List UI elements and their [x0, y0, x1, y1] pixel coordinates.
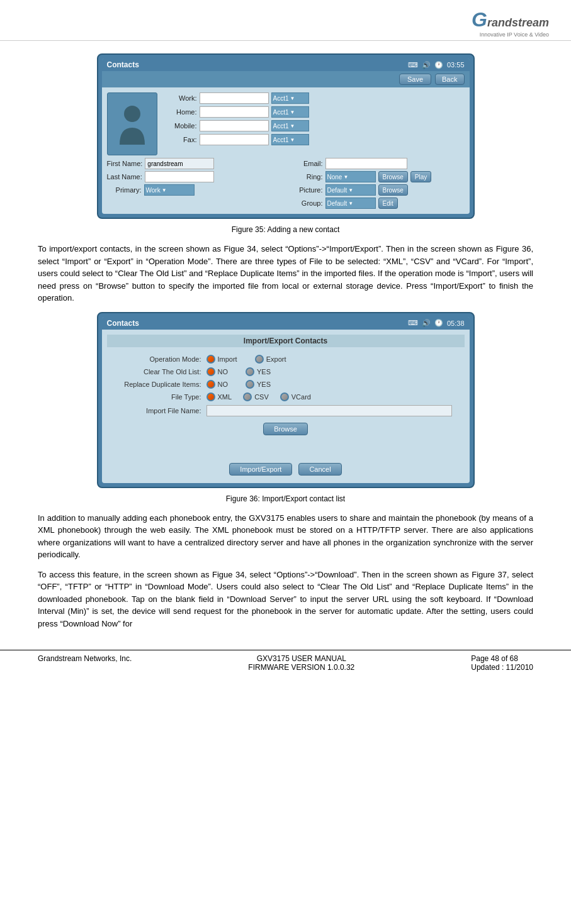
picture-browse-button[interactable]: Browse	[378, 184, 408, 196]
operation-mode-row: Operation Mode: Import Export	[120, 355, 452, 364]
footer-manual: GXV3175 USER MANUAL	[248, 654, 354, 663]
picture-arrow: ▼	[348, 187, 353, 193]
home-input[interactable]	[200, 106, 269, 118]
figure36-body: Import/Export Contacts Operation Mode: I…	[102, 330, 470, 483]
lastname-row: Last Name:	[107, 171, 283, 182]
clear-old-label: Clear The Old List:	[120, 368, 201, 376]
email-input[interactable]	[325, 158, 407, 169]
import-radio[interactable]	[206, 355, 215, 364]
no1-radio[interactable]	[206, 367, 215, 376]
ie-form: Operation Mode: Import Export Clear The …	[107, 352, 465, 478]
csv-option: CSV	[243, 392, 269, 401]
mobile-label: Mobile:	[162, 122, 197, 130]
group-label: Group:	[288, 199, 323, 207]
figure35-device-frame: Contacts ⌨ 🔊 🕐 03:55 Save Back	[97, 53, 475, 219]
ie-browse-button[interactable]: Browse	[263, 423, 308, 435]
figure36-titlebar: Contacts ⌨ 🔊 🕐 05:38	[102, 317, 470, 330]
yes1-radio[interactable]	[246, 367, 254, 376]
ie-form-title: Import/Export Contacts	[107, 335, 465, 347]
lastname-input[interactable]	[145, 171, 214, 182]
save-button[interactable]: Save	[399, 74, 431, 85]
fax-acct-select[interactable]: Acct1 ▼	[271, 134, 309, 145]
group-arrow: ▼	[348, 201, 353, 206]
page-footer: Grandstream Networks, Inc. GXV3175 USER …	[0, 650, 571, 676]
xml-radio[interactable]	[206, 392, 215, 401]
ring-label: Ring:	[288, 173, 323, 181]
volume-icon: 🔊	[422, 61, 431, 69]
ring-browse-button[interactable]: Browse	[378, 171, 408, 182]
paragraph1: To import/export contacts, in the screen…	[38, 243, 533, 304]
import-file-row: Import File Name:	[120, 405, 452, 416]
firstname-input[interactable]	[145, 158, 214, 169]
volume-icon2: 🔊	[422, 319, 431, 327]
fax-label: Fax:	[162, 136, 197, 143]
logo-g-letter: G	[472, 8, 487, 31]
figure35-title: Contacts	[107, 60, 139, 69]
spacer	[120, 442, 452, 454]
play-button[interactable]: Play	[410, 171, 431, 182]
footer-updated: Updated : 11/2010	[471, 663, 533, 672]
firstname-row: First Name:	[107, 158, 283, 169]
work-acct-select[interactable]: Acct1 ▼	[271, 92, 309, 104]
import-export-button[interactable]: Import/Export	[229, 463, 292, 476]
export-radio[interactable]	[255, 355, 264, 364]
lastname-label: Last Name:	[107, 173, 142, 181]
email-label: Email:	[288, 160, 323, 167]
import-file-input[interactable]	[206, 405, 452, 416]
svg-point-0	[124, 106, 140, 122]
picture-label: Picture:	[288, 186, 323, 194]
import-option: Import	[206, 355, 237, 364]
file-type-row: File Type: XML CSV VCard	[120, 392, 452, 401]
no1-radio-label: NO	[218, 368, 229, 376]
edit-button[interactable]: Edit	[378, 198, 398, 209]
home-acct-select[interactable]: Acct1 ▼	[271, 106, 309, 118]
email-row: Email:	[288, 158, 465, 169]
yes1-option: YES	[246, 367, 271, 376]
xml-radio-label: XML	[218, 393, 232, 401]
avatar	[107, 92, 157, 155]
figure35-screen: Contacts ⌨ 🔊 🕐 03:55 Save Back	[102, 58, 470, 214]
paragraph3: To access this feature, in the screen sh…	[38, 569, 533, 630]
ring-row: Ring: None ▼ Browse Play	[288, 171, 465, 182]
csv-radio-label: CSV	[254, 393, 269, 401]
no2-radio[interactable]	[206, 380, 215, 389]
fax-input[interactable]	[200, 134, 269, 145]
paragraph2: In addition to manually adding each phon…	[38, 512, 533, 561]
mobile-acct-arrow: ▼	[290, 123, 295, 129]
mobile-acct-select[interactable]: Acct1 ▼	[271, 120, 309, 131]
footer-company: Grandstream Networks, Inc.	[38, 654, 132, 672]
primary-arrow: ▼	[162, 187, 167, 193]
picture-select[interactable]: Default ▼	[325, 184, 376, 196]
vcard-radio[interactable]	[280, 392, 289, 401]
yes2-radio[interactable]	[246, 380, 254, 389]
figure35-titlebar: Contacts ⌨ 🔊 🕐 03:55	[102, 58, 470, 71]
home-acct-arrow: ▼	[290, 109, 295, 115]
ring-select[interactable]: None ▼	[325, 171, 376, 182]
footer-center: GXV3175 USER MANUAL FIRMWARE VERSION 1.0…	[248, 654, 354, 672]
operation-mode-label: Operation Mode:	[120, 355, 201, 363]
fax-acct-arrow: ▼	[290, 137, 295, 143]
mobile-input[interactable]	[200, 120, 269, 131]
group-select[interactable]: Default ▼	[325, 198, 376, 209]
footer-right: Page 48 of 68 Updated : 11/2010	[471, 654, 533, 672]
figure36-caption: Figure 36: Import/Export contact list	[38, 494, 533, 503]
cancel-button[interactable]: Cancel	[298, 463, 341, 476]
vcard-option: VCard	[280, 392, 311, 401]
contact-form: Work: Acct1 ▼ Home: Acct	[107, 92, 465, 155]
home-label: Home:	[162, 108, 197, 116]
csv-radio[interactable]	[243, 392, 252, 401]
page-content: Contacts ⌨ 🔊 🕐 03:55 Save Back	[0, 41, 571, 643]
replace-dup-label: Replace Duplicate Items:	[120, 381, 201, 388]
primary-select[interactable]: Work ▼	[144, 184, 195, 196]
primary-row: Primary: Work ▼	[107, 184, 283, 196]
browse-row: Browse	[120, 423, 452, 435]
back-button[interactable]: Back	[435, 74, 464, 85]
import-radio-label: Import	[218, 355, 237, 363]
home-row: Home: Acct1 ▼	[162, 106, 465, 118]
fax-row: Fax: Acct1 ▼	[162, 134, 465, 145]
picture-row: Picture: Default ▼ Browse	[288, 184, 465, 196]
no2-radio-label: NO	[218, 381, 229, 388]
group-row: Group: Default ▼ Edit	[288, 198, 465, 209]
figure35-time: 03:55	[447, 61, 465, 69]
work-input[interactable]	[200, 92, 269, 104]
